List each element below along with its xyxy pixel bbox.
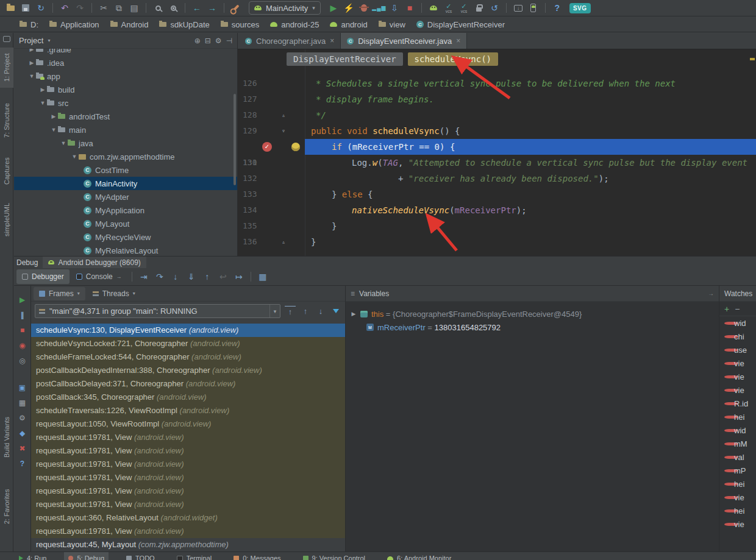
step-over-button[interactable]: ↷ xyxy=(152,271,167,283)
chevron-down-icon[interactable]: ▾ xyxy=(269,305,280,317)
tree-expand-arrow[interactable]: ▶ xyxy=(38,87,47,93)
thread-dump-button[interactable]: ▣ xyxy=(16,382,29,393)
tree-row[interactable]: MyRelativeLayout xyxy=(14,244,237,256)
tab-frames[interactable]: Frames ▾ xyxy=(34,287,85,300)
breadcrumb-item[interactable]: view xyxy=(374,20,410,29)
stack-frame-row[interactable]: requestLayout:19781, View (android.view) xyxy=(31,471,345,484)
variable-row-mreceiverptr[interactable]: mReceiverPtr = 138031654825792 xyxy=(351,321,719,334)
watch-item[interactable]: vie xyxy=(719,383,756,397)
watch-item[interactable]: chi xyxy=(719,330,756,343)
breadcrumb-item[interactable]: DisplayEventReceiver xyxy=(412,20,510,29)
statusbar-android-monitor[interactable]: 6: Android Monitor xyxy=(383,552,455,560)
watch-item[interactable]: hei xyxy=(719,410,756,424)
debug-session-tab[interactable]: Android Debugger (8609) xyxy=(43,257,146,268)
sync-button[interactable]: ↻ xyxy=(34,1,48,15)
watch-item[interactable]: hei xyxy=(719,504,756,517)
restore-layout-button[interactable]: ▦ xyxy=(16,397,29,408)
save-all-button[interactable] xyxy=(19,1,32,15)
avd-manager-button[interactable] xyxy=(527,1,540,15)
stack-frame-row[interactable]: scheduleTraversals:1226, ViewRootImpl (a… xyxy=(31,404,345,417)
apply-changes-button[interactable]: ⇩ xyxy=(388,1,401,15)
pause-button[interactable]: ∥ xyxy=(16,310,29,321)
watch-item[interactable]: mP xyxy=(719,464,756,477)
redo-button[interactable]: ↷ xyxy=(73,1,87,15)
tree-row[interactable]: ▼ java xyxy=(14,136,237,150)
statusbar-run[interactable]: 4: Run xyxy=(15,552,51,560)
step-into-button[interactable]: ↓ xyxy=(168,271,183,283)
watch-item[interactable]: vie xyxy=(719,370,756,383)
tool-window-button-structure[interactable]: 7: Structure xyxy=(0,97,13,144)
chevron-down-icon[interactable]: ▾ xyxy=(48,38,50,43)
statusbar-todo[interactable]: TODO xyxy=(122,552,159,560)
tree-row[interactable]: MyRecycleView xyxy=(14,230,237,244)
watch-item[interactable]: wid xyxy=(719,316,756,330)
tree-expand-arrow[interactable]: ▶ xyxy=(27,49,36,52)
fold-marker[interactable]: ▵ xyxy=(282,234,285,250)
intention-bulb-icon[interactable] xyxy=(291,143,300,151)
next-frame-button[interactable]: ↓ xyxy=(315,306,326,317)
copy-button[interactable]: ⧉ xyxy=(112,1,126,15)
tree-row[interactable]: ▶ androidTest xyxy=(14,110,237,123)
evaluate-expression-button[interactable]: ▦ xyxy=(255,271,270,283)
tree-row[interactable]: CostTime xyxy=(14,163,237,177)
statusbar-version-control[interactable]: 9: Version Control xyxy=(299,552,369,560)
remove-watch-button[interactable]: − xyxy=(735,304,740,314)
filter-frames-button[interactable] xyxy=(330,306,341,317)
tree-expand-arrow[interactable]: ▼ xyxy=(27,73,36,79)
mute-breakpoints-button[interactable]: ◎ xyxy=(16,355,29,366)
tree-row[interactable]: MyAdpter xyxy=(14,190,237,204)
close-icon[interactable]: × xyxy=(456,37,460,45)
statusbar-messages[interactable]: 0: Messages xyxy=(229,552,285,560)
expand-arrow-icon[interactable]: ▶ xyxy=(351,311,357,317)
stop-button[interactable]: ■ xyxy=(16,325,29,336)
close-button[interactable]: ✖ xyxy=(16,443,29,454)
fold-marker[interactable]: ▵ xyxy=(282,107,285,123)
project-panel-title[interactable]: Project xyxy=(19,36,43,45)
open-project-button[interactable] xyxy=(4,1,17,15)
watch-item[interactable]: vie xyxy=(719,491,756,504)
stack-frame-row[interactable]: scheduleFrameLocked:544, Choreographer (… xyxy=(31,350,345,364)
sdk-manager-button[interactable]: ↓ xyxy=(512,1,525,15)
stack-frame-row[interactable]: scheduleVsync:130, DisplayEventReceiver … xyxy=(31,324,345,337)
stack-frame-row[interactable]: postCallbackDelayed:371, Choreographer (… xyxy=(31,377,345,391)
watch-item[interactable]: wid xyxy=(719,424,756,437)
tool-window-button-build-variants[interactable]: Build Variants xyxy=(0,409,13,464)
tab-threads[interactable]: Threads ▾ xyxy=(87,287,141,300)
breadcrumb-item[interactable]: android xyxy=(325,20,372,29)
tool-window-button-captures[interactable]: Captures xyxy=(0,152,13,190)
tree-row[interactable]: ▶ build xyxy=(14,83,237,96)
tab-choreographer[interactable]: Choreographer.java × xyxy=(239,33,341,49)
breadcrumb-item[interactable]: sources xyxy=(216,20,265,29)
tree-row[interactable]: ▼ main xyxy=(14,123,237,136)
thread-selector[interactable]: "main"@4,371 in group "main": RUNNING ▾ xyxy=(35,304,280,318)
resume-button[interactable]: ▶ xyxy=(16,294,29,305)
tree-row[interactable]: ▼ com.zjw.appmethodtime xyxy=(14,150,237,163)
run-to-cursor-button[interactable]: ↦ xyxy=(232,271,246,283)
fold-marker[interactable]: ▿ xyxy=(282,123,285,139)
back-button[interactable]: ← xyxy=(190,1,204,15)
view-breakpoints-button[interactable]: ◉ xyxy=(16,340,29,351)
watch-item[interactable]: vie xyxy=(719,356,756,370)
tree-expand-arrow[interactable]: ▼ xyxy=(38,100,47,106)
attach-debugger-button[interactable]: ⚡ xyxy=(342,1,355,15)
stack-frame-row[interactable]: scheduleVsyncLocked:721, Choreographer (… xyxy=(31,337,345,350)
breadcrumb-item[interactable]: sdkUpDate xyxy=(154,20,214,29)
tool-window-button-project[interactable]: 1: Project xyxy=(0,48,13,88)
tool-window-button-simpleuml[interactable]: simpleUML xyxy=(0,199,13,240)
build-button[interactable] xyxy=(229,1,243,15)
force-step-into-button[interactable]: ⇓ xyxy=(184,271,199,283)
stack-frame-row[interactable]: requestLayout:19781, View (android.view) xyxy=(31,525,345,538)
tree-expand-arrow[interactable]: ▶ xyxy=(27,60,36,66)
panel-options-icon[interactable]: → xyxy=(708,290,714,297)
stack-frame-row[interactable]: postCallback:345, Choreographer (android… xyxy=(31,391,345,404)
tree-row[interactable]: ▼ src xyxy=(14,96,237,110)
tree-row[interactable]: ▶ .idea xyxy=(14,56,237,69)
show-execution-point-button[interactable]: ⇥ xyxy=(137,271,151,283)
step-out-button[interactable]: ↑ xyxy=(200,271,215,283)
debug-button[interactable] xyxy=(357,1,371,15)
run-configuration-select[interactable]: MainActivity ▾ xyxy=(249,1,321,15)
watch-item[interactable]: use xyxy=(719,343,756,356)
tool-window-button-favorites[interactable]: 2: Favorites xyxy=(0,481,13,531)
help-button[interactable]: ? xyxy=(16,458,29,469)
breakpoint-icon[interactable]: ✓ xyxy=(262,142,272,152)
